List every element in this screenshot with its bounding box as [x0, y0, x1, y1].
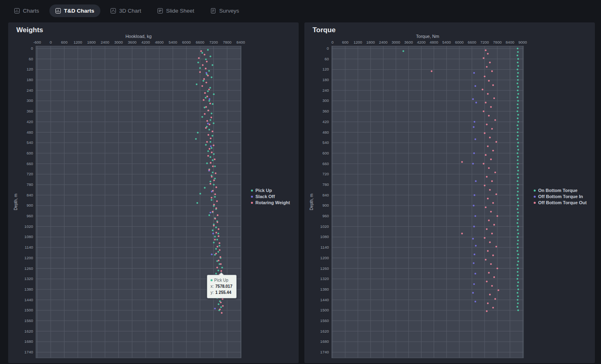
tooltip-y-row: y: 1 255.44	[211, 289, 233, 296]
slide-sheet-tab-icon	[157, 8, 163, 13]
off-bottom-torque-in-series-dot	[534, 196, 536, 198]
svg-text:5400: 5400	[442, 40, 451, 44]
legend-item-slack-off[interactable]: Slack Off	[251, 194, 290, 199]
svg-text:900: 900	[27, 203, 33, 207]
tab-slide-sheet[interactable]: Slide Sheet	[151, 4, 200, 17]
tab-charts[interactable]: Charts	[8, 4, 45, 17]
svg-text:180: 180	[27, 77, 33, 82]
svg-text:4200: 4200	[142, 40, 150, 44]
svg-text:Depth, m: Depth, m	[309, 194, 314, 210]
svg-text:1500: 1500	[320, 308, 329, 312]
svg-text:840: 840	[27, 193, 33, 197]
svg-text:600: 600	[61, 40, 68, 44]
tab-surveys[interactable]: Surveys	[204, 4, 245, 17]
svg-text:660: 660	[322, 161, 329, 166]
svg-text:1200: 1200	[354, 40, 362, 44]
svg-text:2400: 2400	[379, 40, 388, 44]
legend-label: Off Bottom Torque Out	[538, 200, 587, 205]
tooltip-series-name: Pick Up	[214, 277, 228, 283]
legend-item-on-bottom-torque[interactable]: On Bottom Torque	[534, 188, 587, 193]
svg-text:1380: 1380	[320, 287, 329, 291]
surveys-tab-icon	[211, 8, 216, 13]
legend-label: Slack Off	[255, 194, 275, 199]
svg-text:1800: 1800	[87, 40, 96, 44]
svg-text:6000: 6000	[182, 40, 191, 44]
svg-text:120: 120	[322, 67, 329, 71]
svg-text:Depth, m: Depth, m	[13, 194, 18, 210]
weights-panel-title: Weights	[16, 26, 43, 34]
svg-text:840: 840	[322, 193, 329, 197]
on-bottom-torque-series-dot	[534, 190, 536, 192]
weights-panel: Weights -6000600120018002400300036004200…	[8, 22, 299, 363]
legend-item-off-bottom-torque-out[interactable]: Off Bottom Torque Out	[534, 200, 587, 205]
svg-text:420: 420	[27, 119, 33, 124]
svg-text:1620: 1620	[24, 329, 33, 333]
charts-tab-icon	[14, 8, 20, 13]
svg-text:1320: 1320	[24, 276, 33, 281]
svg-text:240: 240	[322, 88, 329, 93]
svg-text:300: 300	[27, 98, 33, 103]
tooltip-series-row: Pick Up	[211, 277, 233, 283]
svg-text:1140: 1140	[321, 245, 329, 249]
svg-text:1140: 1140	[25, 245, 33, 249]
svg-text:7200: 7200	[209, 40, 218, 44]
pick-up-series-dot	[251, 190, 253, 192]
rotaring-weight-series-dot	[251, 202, 253, 204]
svg-text:1560: 1560	[24, 318, 33, 323]
tooltip-y-value: 1 255.44	[215, 289, 231, 296]
svg-text:1200: 1200	[24, 256, 33, 260]
svg-text:300: 300	[322, 98, 329, 103]
legend-label: Pick Up	[255, 188, 272, 193]
legend-label: Rotaring Weight	[255, 200, 290, 205]
svg-text:960: 960	[27, 214, 33, 218]
svg-text:60: 60	[29, 57, 33, 61]
tab-label: Surveys	[219, 8, 239, 14]
svg-text:1560: 1560	[320, 318, 329, 323]
legend-item-pick-up[interactable]: Pick Up	[251, 188, 290, 193]
tab-3d-chart[interactable]: 3D Chart	[104, 4, 147, 17]
svg-text:4800: 4800	[430, 40, 438, 44]
svg-text:1680: 1680	[24, 339, 33, 344]
svg-text:6600: 6600	[196, 40, 204, 44]
svg-text:3000: 3000	[392, 40, 400, 44]
svg-text:1020: 1020	[24, 224, 33, 229]
off-bottom-torque-out-series-dot	[534, 202, 536, 204]
torque-chart-wrap: 0600120018002400300036004200480054006000…	[304, 22, 595, 363]
legend-item-off-bottom-torque-in[interactable]: Off Bottom Torque In	[534, 194, 587, 199]
svg-text:Hookload, kg: Hookload, kg	[125, 34, 151, 39]
svg-text:7800: 7800	[493, 40, 501, 44]
svg-text:1500: 1500	[24, 308, 33, 312]
weights-scatter-chart[interactable]: -600060012001800240030003600420048005400…	[8, 22, 246, 361]
svg-text:8400: 8400	[236, 40, 245, 44]
svg-text:360: 360	[322, 109, 329, 113]
svg-text:4800: 4800	[155, 40, 164, 44]
svg-text:120: 120	[27, 67, 33, 71]
tooltip-y-label: y:	[211, 289, 214, 296]
torque-legend: On Bottom Torque Off Bottom Torque In Of…	[534, 188, 587, 205]
slack-off-series-dot	[251, 196, 253, 198]
svg-text:960: 960	[322, 214, 329, 218]
svg-text:1440: 1440	[24, 298, 33, 302]
svg-text:1380: 1380	[24, 287, 33, 291]
svg-text:1320: 1320	[320, 276, 329, 281]
svg-text:1260: 1260	[24, 266, 33, 271]
tab-td-charts[interactable]: T&D Charts	[49, 4, 100, 17]
svg-text:900: 900	[322, 203, 329, 207]
svg-text:0: 0	[327, 46, 329, 51]
charts-area: Weights -6000600120018002400300036004200…	[0, 21, 601, 363]
legend-label: Off Bottom Torque In	[538, 194, 583, 199]
svg-text:6600: 6600	[468, 40, 476, 44]
svg-text:480: 480	[322, 130, 329, 135]
weights-chart-wrap: -600060012001800240030003600420048005400…	[8, 22, 299, 363]
torque-scatter-chart[interactable]: 0600120018002400300036004200480054006000…	[304, 22, 528, 361]
svg-text:60: 60	[324, 57, 329, 61]
svg-text:2400: 2400	[101, 40, 109, 44]
svg-text:600: 600	[342, 40, 348, 44]
tooltip-x-row: x: 7578.017	[211, 283, 233, 289]
svg-text:180: 180	[322, 77, 329, 82]
tooltip-x-label: x:	[211, 283, 214, 289]
legend-item-rotaring-weight[interactable]: Rotaring Weight	[251, 200, 290, 205]
svg-text:1260: 1260	[320, 266, 329, 271]
svg-text:720: 720	[27, 172, 33, 176]
tooltip-x-value: 7578.017	[215, 283, 233, 289]
